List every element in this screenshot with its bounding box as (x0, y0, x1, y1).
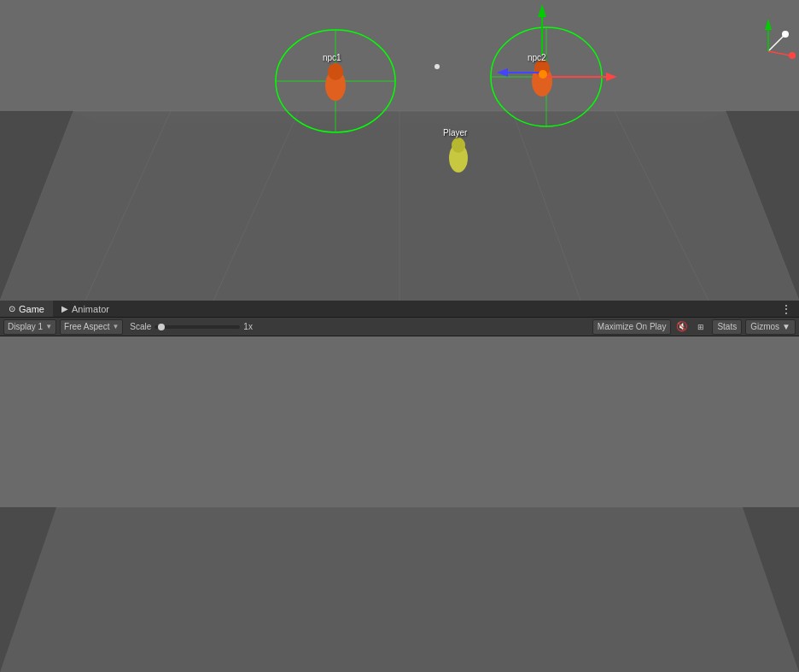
tab-animator[interactable]: ▶ Animator (53, 301, 118, 317)
svg-marker-27 (606, 73, 617, 81)
svg-point-37 (449, 143, 468, 172)
tab-game[interactable]: ⊙ Game (0, 301, 53, 317)
tab-menu-button[interactable]: ⋮ (780, 302, 799, 316)
svg-line-7 (213, 111, 299, 301)
svg-line-5 (0, 111, 73, 301)
scale-value: 1x (243, 322, 253, 331)
svg-marker-34 (765, 19, 772, 30)
svg-rect-4 (0, 0, 799, 111)
svg-rect-43 (0, 336, 799, 507)
aspect-dropdown[interactable]: Free Aspect ▼ (60, 319, 123, 335)
svg-point-17 (491, 27, 602, 126)
gizmos-arrow-icon: ▼ (782, 322, 790, 331)
grid-icon: ⊞ (697, 323, 704, 331)
svg-point-35 (789, 52, 796, 59)
svg-point-15 (325, 70, 346, 101)
tab-bar: ⊙ Game ▶ Animator ⋮ (0, 301, 799, 318)
svg-line-11 (726, 111, 799, 301)
svg-line-30 (768, 34, 785, 51)
svg-point-33 (782, 31, 789, 38)
npc2-label: npc2 (528, 53, 546, 62)
svg-marker-41 (0, 336, 56, 672)
scene-view: npc1 npc2 Player (0, 0, 799, 301)
npc1-label: npc1 (323, 53, 341, 62)
svg-point-38 (452, 137, 465, 153)
svg-line-9 (512, 111, 580, 301)
svg-marker-2 (0, 0, 73, 301)
aspect-arrow-icon: ▼ (112, 323, 119, 330)
svg-marker-42 (743, 336, 799, 672)
svg-point-16 (328, 63, 343, 80)
svg-point-20 (532, 66, 552, 96)
game-toolbar: Display 1 ▼ Free Aspect ▼ Scale 1x Maxim… (0, 318, 799, 336)
svg-marker-0 (0, 111, 799, 301)
scale-slider[interactable] (155, 325, 240, 329)
scale-container: Scale 1x (126, 322, 253, 331)
animator-icon: ▶ (61, 304, 68, 313)
mute-icon: 🔇 (676, 321, 688, 332)
scale-slider-thumb (158, 324, 165, 330)
svg-marker-25 (497, 68, 508, 77)
game-icon: ⊙ (9, 304, 15, 313)
svg-marker-3 (726, 0, 799, 301)
display-label: Display 1 (8, 322, 43, 331)
mute-button[interactable]: 🔇 (674, 319, 690, 335)
svg-point-29 (434, 64, 440, 69)
svg-point-28 (539, 70, 547, 79)
player-label: Player (443, 128, 467, 137)
svg-line-6 (85, 111, 171, 301)
display-dropdown[interactable]: Display 1 ▼ (3, 319, 56, 335)
tab-game-label: Game (19, 304, 44, 314)
svg-marker-23 (538, 4, 546, 17)
scale-label: Scale (130, 322, 151, 331)
stats-button[interactable]: Stats (712, 319, 742, 335)
svg-point-12 (276, 30, 395, 132)
svg-point-21 (534, 60, 550, 77)
svg-rect-39 (0, 336, 799, 672)
gizmos-button[interactable]: Gizmos ▼ (745, 319, 796, 335)
game-view: ✦ npc1 npc2 Player (0, 336, 799, 672)
grid-button[interactable]: ⊞ (693, 319, 709, 335)
tab-animator-label: Animator (72, 304, 109, 314)
maximize-on-play-button[interactable]: Maximize On Play (592, 319, 672, 335)
display-arrow-icon: ▼ (45, 323, 52, 330)
svg-line-31 (768, 51, 790, 56)
aspect-label: Free Aspect (64, 322, 109, 331)
svg-marker-40 (0, 507, 799, 672)
svg-marker-1 (73, 111, 726, 124)
svg-line-10 (615, 111, 709, 301)
